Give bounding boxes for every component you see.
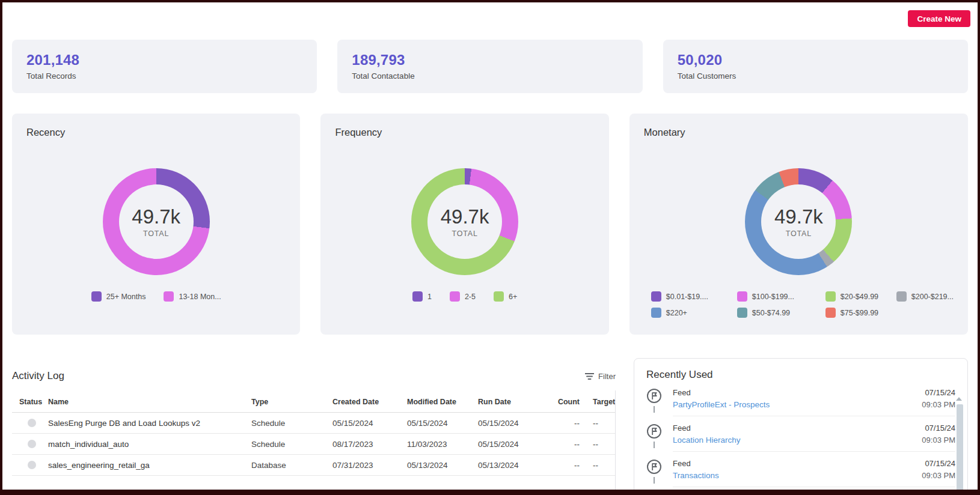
donut-total-value: 49.7k — [774, 205, 823, 228]
legend-swatch — [412, 291, 423, 302]
legend-swatch — [164, 291, 174, 302]
legend-label: 6+ — [509, 293, 517, 301]
feed-icon — [646, 459, 662, 475]
activity-target: -- — [581, 419, 616, 428]
recently-used-title: Recently Used — [646, 369, 955, 381]
timeline-connector — [654, 442, 655, 448]
recent-item-link[interactable]: Transactions — [673, 471, 719, 480]
donut-total-value: 49.7k — [441, 205, 489, 228]
activity-created: 07/31/2023 — [325, 461, 400, 470]
list-item[interactable]: Feed Location Hierarchy 07/15/24 09:03 P… — [646, 424, 955, 452]
recent-item-type: Feed — [673, 459, 719, 468]
stat-value: 50,020 — [678, 52, 954, 68]
chart-title: Recency — [26, 127, 286, 138]
activity-modified: 11/03/2023 — [400, 440, 471, 449]
col-header-count[interactable]: Count — [548, 398, 581, 406]
legend-item[interactable]: $220+ — [651, 308, 737, 318]
filter-button[interactable]: Filter — [585, 372, 616, 381]
col-header-modified[interactable]: Modified Date — [400, 398, 471, 406]
donut-total-label: TOTAL — [143, 229, 169, 238]
create-new-button[interactable]: Create New — [908, 10, 970, 27]
filter-label: Filter — [598, 372, 616, 381]
legend-item[interactable]: $50-$74.99 — [737, 308, 825, 318]
stat-card-total-customers: 50,020 Total Customers — [663, 40, 968, 93]
recent-item-date: 07/15/24 — [922, 424, 955, 433]
legend-item[interactable]: $20-$49.99 — [825, 291, 896, 302]
activity-log-title: Activity Log — [12, 370, 64, 382]
recent-item-time: 09:03 PM — [922, 436, 955, 445]
legend-item[interactable]: 6+ — [494, 291, 517, 302]
filter-icon — [585, 372, 594, 380]
list-item[interactable]: Feed PartyProfileExt - Prospects 07/15/2… — [646, 388, 955, 416]
recent-item-type: Feed — [673, 388, 770, 397]
monetary-chart-card: Monetary 49.7k TOTAL $0.01-$19....$100-$… — [629, 114, 968, 335]
legend-swatch — [825, 308, 836, 318]
top-bar: Create New — [2, 2, 978, 31]
legend-label: 1 — [427, 293, 432, 301]
col-header-created[interactable]: Created Date — [325, 398, 400, 406]
recent-item-time: 09:03 PM — [922, 400, 955, 409]
table-row[interactable]: SalesEng Purge DB and Load Lookups v2 Sc… — [12, 413, 616, 434]
list-item[interactable]: Feed Transactions 07/15/24 09:03 PM — [646, 459, 955, 487]
legend-swatch — [651, 308, 661, 318]
activity-run: 05/13/2024 — [471, 461, 548, 470]
recent-item-date: 07/15/24 — [922, 459, 955, 468]
activity-scrollbar-track[interactable] — [615, 390, 616, 495]
activity-log-section: Activity Log Filter Status Name Type Cre… — [12, 358, 616, 476]
activity-name-link[interactable]: sales_engineering_retail_ga — [41, 461, 244, 470]
col-header-run[interactable]: Run Date — [471, 398, 548, 406]
timeline-connector — [654, 477, 655, 484]
activity-table-header: Status Name Type Created Date Modified D… — [12, 398, 616, 413]
feed-icon — [646, 424, 662, 439]
legend-item[interactable]: $0.01-$19.... — [651, 291, 737, 302]
legend-label: 25+ Months — [106, 293, 146, 301]
status-indicator — [28, 419, 36, 427]
frequency-chart-card: Frequency 49.7k TOTAL 12-56+ — [320, 114, 608, 335]
activity-run: 05/15/2024 — [471, 440, 548, 449]
legend-swatch — [737, 308, 747, 318]
legend-swatch — [825, 291, 836, 302]
col-header-status[interactable]: Status — [12, 398, 41, 406]
recent-item-date: 07/15/24 — [922, 388, 955, 397]
recently-used-card: Recently Used Feed PartyProfileExt - Pro… — [634, 358, 968, 495]
table-row[interactable]: sales_engineering_retail_ga Database 07/… — [12, 455, 616, 476]
table-row[interactable]: match_individual_auto Schedule 08/17/202… — [12, 434, 616, 455]
legend-item[interactable]: 13-18 Mon... — [164, 291, 221, 302]
activity-count: -- — [548, 440, 581, 449]
legend-item[interactable]: 2-5 — [450, 291, 476, 302]
monetary-donut-chart[interactable]: 49.7k TOTAL — [745, 168, 852, 275]
legend-item[interactable]: 1 — [412, 291, 432, 302]
frequency-donut-chart[interactable]: 49.7k TOTAL — [411, 168, 518, 275]
status-indicator — [28, 440, 36, 448]
scroll-up-arrow-icon[interactable] — [956, 397, 962, 401]
col-header-type[interactable]: Type — [244, 398, 325, 406]
activity-modified: 05/13/2024 — [400, 461, 471, 470]
recent-item-link[interactable]: Location Hierarchy — [673, 436, 741, 445]
legend-item[interactable]: $100-$199... — [737, 291, 825, 302]
chart-title: Frequency — [335, 127, 594, 138]
charts-row: Recency 49.7k TOTAL 25+ Months13-18 Mon.… — [12, 93, 968, 335]
recency-legend: 25+ Months13-18 Mon... — [26, 291, 286, 302]
donut-center: 49.7k TOTAL — [427, 184, 502, 259]
legend-item[interactable]: 25+ Months — [91, 291, 146, 302]
recent-item-link[interactable]: PartyProfileExt - Prospects — [673, 400, 770, 409]
activity-name-link[interactable]: SalesEng Purge DB and Load Lookups v2 — [41, 419, 244, 428]
legend-label: $220+ — [666, 309, 687, 317]
activity-modified: 05/15/2024 — [400, 419, 471, 428]
col-header-target[interactable]: Target — [581, 398, 616, 406]
legend-label: $20-$49.99 — [841, 293, 878, 301]
legend-item[interactable]: $200-$219... — [896, 291, 954, 302]
stat-card-total-records: 201,148 Total Records — [12, 40, 317, 93]
col-header-name[interactable]: Name — [41, 398, 244, 406]
donut-total-label: TOTAL — [452, 229, 478, 238]
donut-total-value: 49.7k — [132, 205, 180, 228]
recency-donut-chart[interactable]: 49.7k TOTAL — [103, 168, 210, 275]
activity-target: -- — [581, 440, 616, 449]
legend-item[interactable]: $75-$99.99 — [825, 308, 896, 318]
activity-count: -- — [548, 461, 581, 470]
donut-center: 49.7k TOTAL — [761, 184, 836, 259]
legend-label: $200-$219... — [911, 293, 954, 301]
recent-item-time: 09:03 PM — [922, 471, 955, 480]
activity-name-link[interactable]: match_individual_auto — [41, 440, 244, 449]
scrollbar-thumb[interactable] — [957, 404, 963, 495]
